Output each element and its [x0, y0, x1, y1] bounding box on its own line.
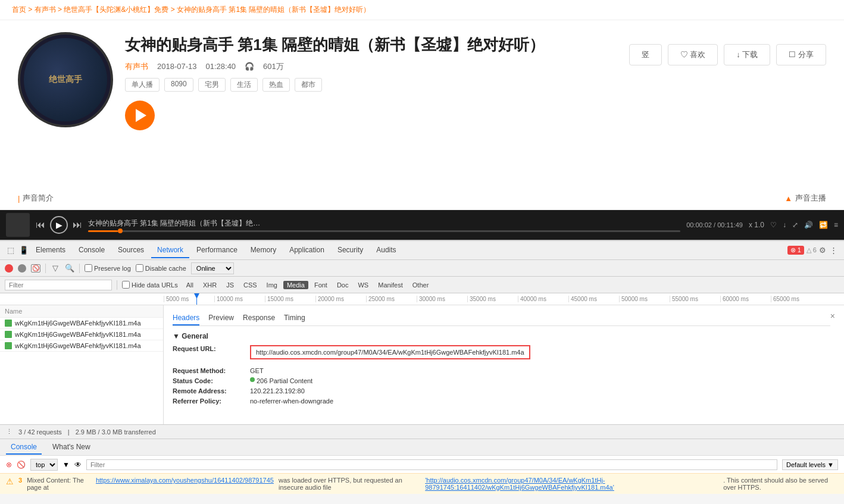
devtools-icons: ⬚ 📱 — [6, 246, 29, 255]
player-play-button[interactable]: ▶ — [50, 216, 68, 234]
type-manifest[interactable]: Manifest — [374, 281, 407, 289]
mark-60000: 60000 ms — [720, 296, 771, 302]
detail-tab-timing[interactable]: Timing — [284, 311, 305, 325]
tag-rexue[interactable]: 热血 — [262, 78, 290, 92]
tab-whatsnew[interactable]: What's New — [48, 440, 95, 455]
tag-zhainan[interactable]: 宅男 — [198, 78, 226, 92]
album-text: 绝世高手 — [49, 74, 82, 86]
request-row-1[interactable]: wKgKm1tHj6GwgeWBAFehkfjyvKI181.m4a — [0, 318, 163, 329]
type-css[interactable]: CSS — [240, 281, 261, 289]
eye-icon[interactable]: 👁 — [74, 461, 82, 469]
console-filter-input[interactable] — [86, 459, 777, 470]
inspect-icon[interactable]: ⬚ — [6, 246, 15, 255]
search-icon[interactable]: 🔍 — [65, 264, 74, 273]
mark-40000: 40000 ms — [518, 296, 568, 302]
type-other[interactable]: Other — [409, 281, 433, 289]
tab-audits[interactable]: Audits — [370, 243, 402, 258]
tag-danren[interactable]: 单人播 — [125, 78, 160, 92]
list-icon[interactable]: ≡ — [834, 221, 838, 229]
method-value: GET — [250, 367, 264, 374]
tag-dushi[interactable]: 都市 — [295, 78, 322, 92]
detail-close-button[interactable]: × — [830, 311, 835, 321]
speed-display[interactable]: x 1.0 — [749, 221, 764, 229]
console-stop-icon[interactable]: 🚫 — [17, 461, 26, 469]
hide-data-urls-checkbox[interactable] — [122, 281, 130, 289]
default-levels-button[interactable]: Default levels ▼ — [782, 459, 838, 470]
more-icon[interactable]: ⋮ — [829, 246, 838, 255]
record-button[interactable] — [5, 264, 13, 273]
tab-security[interactable]: Security — [332, 243, 369, 258]
console-message: ⚠ 3 Mixed Content: The page at https://w… — [0, 473, 844, 494]
download-button[interactable]: ↓ 下载 — [724, 44, 770, 65]
progress-bar[interactable] — [88, 230, 680, 232]
filter-icon[interactable]: ▽ — [51, 264, 60, 273]
devtools-menu-icon[interactable]: ⋮ — [6, 428, 12, 436]
settings-icon[interactable]: ⚙ — [818, 246, 827, 255]
tab-application[interactable]: Application — [283, 243, 330, 258]
type-js[interactable]: JS — [223, 281, 237, 289]
like-button[interactable]: ♡ 喜欢 — [668, 44, 718, 65]
type-all[interactable]: All — [183, 281, 197, 289]
dropdown-arrow[interactable]: ▼ — [62, 461, 70, 469]
type-xhr[interactable]: XHR — [199, 281, 220, 289]
general-section-title: ▼ General — [173, 332, 835, 340]
type-img[interactable]: Img — [263, 281, 281, 289]
stop-button[interactable] — [18, 264, 26, 273]
mark-35000: 35000 ms — [467, 296, 518, 302]
type-media[interactable]: Media — [283, 281, 308, 289]
tab-console-bottom[interactable]: Console — [6, 440, 42, 455]
request-row-2[interactable]: wKgKm1tHj6GwgeWBAFehkfjyvKI181.m4a — [0, 329, 163, 340]
mark-15000: 15000 ms — [265, 296, 315, 302]
tab-memory[interactable]: Memory — [245, 243, 282, 258]
console-link1[interactable]: https://www.ximalaya.com/youshengshu/164… — [96, 477, 274, 484]
warn-badge: △ 6 — [807, 246, 817, 254]
tab-sources[interactable]: Sources — [112, 243, 150, 258]
detail-tab-response[interactable]: Response — [243, 311, 275, 325]
breadcrumb: 首页 > 有声书 > 绝世高手【头陀渊&小桃红】免费 > 女神的贴身高手 第1集… — [0, 0, 844, 20]
preserve-log-label: Preserve log — [85, 264, 131, 272]
tag-8090[interactable]: 8090 — [164, 78, 193, 92]
filter-input[interactable] — [5, 280, 112, 290]
breadcrumb-home[interactable]: 首页 — [12, 5, 26, 14]
play-button[interactable] — [125, 101, 155, 130]
share-button[interactable]: ☐ 分享 — [776, 44, 826, 65]
request-icon-3 — [5, 342, 12, 349]
detail-tab-preview[interactable]: Preview — [208, 311, 234, 325]
disable-cache-text: Disable cache — [145, 265, 186, 272]
type-filters: All XHR JS CSS Img Media Font Doc WS Man… — [183, 281, 433, 289]
type-ws[interactable]: WS — [354, 281, 372, 289]
main-content: 绝世高手 女神的贴身高手 第1集 隔壁的晴姐（新书【圣墟】绝对好听） 有声书 2… — [0, 20, 844, 187]
throttle-select[interactable]: Online Fast 3G Slow 3G Offline — [191, 262, 234, 274]
content-type[interactable]: 有声书 — [125, 61, 148, 72]
tab-network[interactable]: Network — [151, 243, 189, 258]
error-badge: ⊗ 1 — [787, 246, 804, 255]
bookmark-button[interactable]: 竖 — [629, 44, 662, 65]
clear-button[interactable]: 🚫 — [31, 264, 40, 273]
remote-value: 120.221.23.192:80 — [250, 387, 305, 395]
host-label: 声音主播 — [795, 193, 826, 204]
type-font[interactable]: Font — [311, 281, 331, 289]
repeat-icon[interactable]: 🔁 — [819, 221, 828, 229]
console-link2[interactable]: 'http://audio.cos.xmcdn.com/group47/M0A/… — [425, 477, 718, 491]
mobile-icon[interactable]: 📱 — [19, 246, 29, 255]
disable-cache-checkbox[interactable] — [136, 264, 143, 272]
breadcrumb-book[interactable]: 绝世高手【头陀渊&小桃红】免费 — [64, 5, 168, 14]
tab-performance[interactable]: Performance — [190, 243, 243, 258]
console-number: 3 — [18, 477, 22, 484]
external-icon[interactable]: ⤢ — [792, 221, 798, 229]
prev-button[interactable]: ⏮ — [36, 220, 45, 230]
preserve-log-checkbox[interactable] — [85, 264, 92, 272]
next-button[interactable]: ⏭ — [73, 220, 82, 230]
volume-icon[interactable]: 🔊 — [804, 221, 813, 229]
type-doc[interactable]: Doc — [333, 281, 352, 289]
download-icon[interactable]: ↓ — [783, 221, 786, 229]
tag-shenghuo[interactable]: 生活 — [230, 78, 258, 92]
breadcrumb-yousheng[interactable]: 有声书 — [35, 5, 56, 14]
request-row-3[interactable]: wKgKm1tHj6GwgeWBAFehkfjyvKI181.m4a — [0, 340, 163, 352]
player-controls: ⏮ ▶ ⏭ — [36, 216, 82, 234]
context-select[interactable]: top — [30, 459, 58, 471]
heart-icon[interactable]: ♡ — [770, 221, 777, 229]
tab-elements[interactable]: Elements — [30, 243, 71, 258]
detail-tab-headers[interactable]: Headers — [173, 311, 199, 325]
tab-console[interactable]: Console — [73, 243, 111, 258]
